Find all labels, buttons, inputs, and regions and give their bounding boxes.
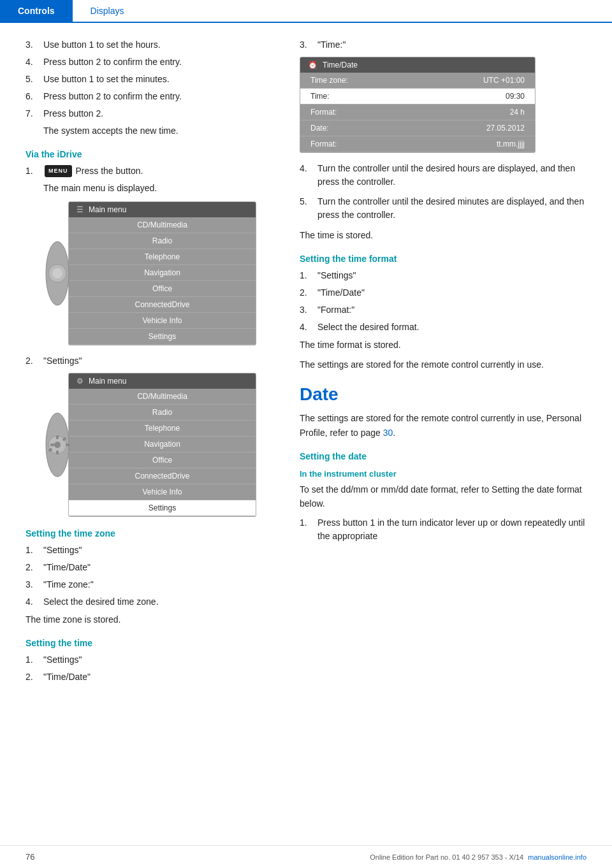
step-4-num: 4. bbox=[26, 55, 38, 69]
step-7-text: Press button 2. bbox=[43, 107, 274, 120]
td-label-0: Time zone: bbox=[310, 76, 368, 85]
menu-titlebar-2: ⚙ Main menu bbox=[69, 373, 256, 389]
tz-step-3-num: 4. bbox=[26, 595, 38, 609]
controls-tab-label: Controls bbox=[18, 6, 55, 16]
svg-rect-8 bbox=[66, 444, 69, 446]
date-heading: Date bbox=[300, 384, 586, 405]
step-1-num: 1. bbox=[26, 164, 38, 178]
tz-step-0: 1."Settings" bbox=[26, 544, 274, 557]
menu2-item-7: Settings bbox=[69, 500, 256, 516]
date-body-text-2: . bbox=[393, 428, 395, 438]
side-controller-2 bbox=[43, 403, 71, 486]
stf-steps: 1."Settings"2."Time/Date"3."Format:"4.Se… bbox=[300, 269, 586, 334]
setting-time-heading: Setting the time bbox=[26, 638, 274, 648]
left-column: 3. Use button 1 to set the hours. 4. Pre… bbox=[26, 38, 274, 688]
timedate-row-3: Date:27.05.2012 bbox=[300, 120, 535, 136]
menu-item-1: Radio bbox=[69, 233, 256, 249]
timedate-row-1: Time:09:30 bbox=[300, 89, 535, 105]
tz-step-1-num: 2. bbox=[26, 561, 38, 574]
menu-icon-1: ☰ bbox=[76, 205, 84, 214]
svg-rect-6 bbox=[56, 435, 59, 439]
side-controller-1 bbox=[43, 232, 71, 315]
menu-button-icon: MENU bbox=[45, 165, 72, 178]
step-3: 3. Use button 1 to set the hours. bbox=[26, 38, 274, 52]
instrument-step-1: 1. Press button 1 in the turn indicator … bbox=[300, 516, 586, 543]
timedate-row-4: Format:tt.mm.jjjj bbox=[300, 136, 535, 152]
tz-step-2-num: 3. bbox=[26, 578, 38, 591]
stf-step-1: 2."Time/Date" bbox=[300, 286, 586, 300]
svg-rect-9 bbox=[50, 444, 54, 446]
menu2-item-6: Vehicle Info bbox=[69, 484, 256, 500]
timedate-titlebar: ⏰ Time/Date bbox=[300, 57, 535, 73]
td-label-3: Date: bbox=[310, 124, 368, 133]
in-instrument-cluster-heading: In the instrument cluster bbox=[300, 469, 586, 479]
step-7: 7. Press button 2. bbox=[26, 107, 274, 120]
menu-icon-2: ⚙ bbox=[76, 377, 84, 386]
td-label-4: Format: bbox=[310, 140, 368, 148]
svg-point-2 bbox=[52, 268, 62, 278]
setting-time-zone-heading: Setting the time zone bbox=[26, 528, 274, 539]
right-step-4: 4. Turn the controller until the desired… bbox=[300, 162, 586, 189]
menu-item-0: CD/Multimedia bbox=[69, 217, 256, 233]
right-step-3-num: 3. bbox=[300, 38, 312, 52]
main-menu-display-1: ☰ Main menu CD/MultimediaRadioTelephoneN… bbox=[68, 201, 256, 345]
controller-svg-2 bbox=[43, 403, 71, 486]
main-menu-screenshot-1: ☰ Main menu CD/MultimediaRadioTelephoneN… bbox=[43, 201, 274, 345]
menu-items-1: CD/MultimediaRadioTelephoneNavigationOff… bbox=[69, 217, 256, 345]
td-value-4: tt.mm.jjjj bbox=[368, 140, 525, 148]
step-5: 5. Use button 1 to set the minutes. bbox=[26, 73, 274, 86]
time-step-0-num: 1. bbox=[26, 653, 38, 667]
settings-remote: The settings are stored for the remote c… bbox=[300, 358, 586, 372]
menu-item-3: Navigation bbox=[69, 265, 256, 281]
menu2-item-2: Telephone bbox=[69, 421, 256, 437]
timedate-title: Time/Date bbox=[323, 61, 358, 69]
td-value-1: 09:30 bbox=[368, 92, 525, 101]
time-steps: 1."Settings"2."Time/Date" bbox=[26, 653, 274, 684]
via-idrive-heading: Via the iDrive bbox=[26, 149, 274, 159]
menu-item-6: Vehicle Info bbox=[69, 313, 256, 329]
menu-title-1: Main menu bbox=[89, 205, 126, 214]
footer: 76 Online Edition for Part no. 01 40 2 9… bbox=[0, 845, 612, 868]
menu-item-7: Settings bbox=[69, 329, 256, 345]
instrument-step-1-num: 1. bbox=[300, 516, 312, 543]
tz-step-2: 3."Time zone:" bbox=[26, 578, 274, 591]
tab-controls[interactable]: Controls bbox=[0, 0, 73, 22]
step-7-num: 7. bbox=[26, 107, 38, 120]
right-step-3: 3. "Time:" bbox=[300, 38, 586, 52]
menu2-item-4: Office bbox=[69, 452, 256, 468]
tz-steps: 1."Settings"2."Time/Date"3."Time zone:"4… bbox=[26, 544, 274, 609]
stf-step-num-1: 2. bbox=[300, 286, 312, 300]
tz-step-1: 2."Time/Date" bbox=[26, 561, 274, 574]
right-step-4-text: Turn the controller until the desired ho… bbox=[317, 162, 586, 189]
menu-titlebar-1: ☰ Main menu bbox=[69, 202, 256, 217]
step-2-text: "Settings" bbox=[43, 354, 274, 368]
step-3-text: Use button 1 to set the hours. bbox=[43, 38, 274, 52]
tz-stored: The time zone is stored. bbox=[26, 612, 274, 626]
stf-step-text-1: "Time/Date" bbox=[317, 286, 586, 300]
tab-displays[interactable]: Displays bbox=[73, 0, 142, 22]
step-7-subtext: The system accepts the new time. bbox=[43, 124, 274, 138]
setting-date-heading: Setting the date bbox=[300, 451, 586, 461]
stf-step-text-0: "Settings" bbox=[317, 269, 586, 282]
steps-3-7: 3. Use button 1 to set the hours. 4. Pre… bbox=[26, 38, 274, 138]
menu2-item-3: Navigation bbox=[69, 437, 256, 452]
step-6: 6. Press button 2 to confirm the entry. bbox=[26, 90, 274, 103]
td-value-0: UTC +01:00 bbox=[368, 76, 525, 85]
time-step-1: 2."Time/Date" bbox=[26, 670, 274, 684]
menu-item-5: ConnectedDrive bbox=[69, 297, 256, 313]
time-stored: The time is stored. bbox=[300, 228, 586, 242]
stf-step-0: 1."Settings" bbox=[300, 269, 586, 282]
stf-step-num-2: 3. bbox=[300, 303, 312, 317]
svg-rect-7 bbox=[56, 451, 59, 454]
content-area: 3. Use button 1 to set the hours. 4. Pre… bbox=[0, 23, 612, 688]
td-value-3: 27.05.2012 bbox=[368, 124, 525, 133]
right-step-5-text: Turn the controller until the desired mi… bbox=[317, 195, 586, 222]
stf-step-2: 3."Format:" bbox=[300, 303, 586, 317]
step-2-idrive: 2. "Settings" bbox=[26, 354, 274, 368]
date-page-ref[interactable]: 30 bbox=[383, 428, 393, 438]
right-step-4-num: 4. bbox=[300, 162, 312, 189]
right-column: 3. "Time:" ⏰ Time/Date Time zone:UTC +01… bbox=[300, 38, 586, 688]
timedate-icon: ⏰ bbox=[308, 61, 317, 69]
footer-page-num: 76 bbox=[26, 852, 34, 862]
td-label-1: Time: bbox=[310, 92, 368, 101]
